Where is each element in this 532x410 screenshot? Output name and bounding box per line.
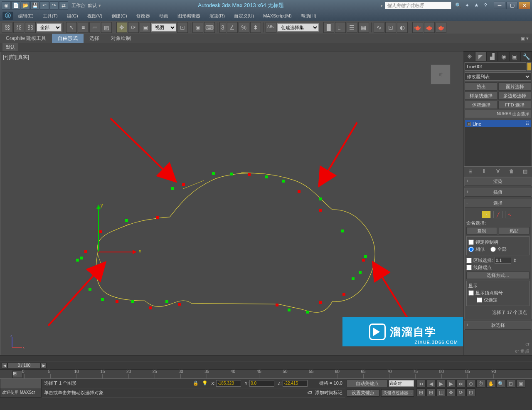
object-color-swatch[interactable] (527, 62, 531, 71)
prev-frame-icon[interactable]: ◀ (426, 380, 436, 388)
menu-grapheditors[interactable]: 图形编辑器 (173, 12, 204, 20)
curve-editor-icon[interactable]: ∿ (374, 22, 384, 33)
nav-region-icon[interactable]: ◫ (436, 388, 446, 396)
angle-snap-icon[interactable]: ∠ (227, 22, 238, 33)
menu-create[interactable]: 创建(C) (107, 12, 131, 20)
panel-tab-motion[interactable]: ◉ (498, 52, 509, 62)
render-setup-icon[interactable]: 🫖 (412, 22, 423, 33)
pin-stack-icon[interactable]: ⊟ (466, 168, 475, 175)
lock-icon[interactable]: 🔒 (193, 380, 199, 386)
vertex[interactable] (212, 172, 215, 175)
rendered-frame-icon[interactable]: 🫖 (424, 22, 435, 33)
schematic-icon[interactable]: ⊡ (385, 22, 396, 33)
vertex[interactable] (165, 300, 168, 303)
window-crossing-icon[interactable]: ▨ (101, 22, 112, 33)
key-mode-icon[interactable]: ⊙ (466, 380, 475, 388)
mirror-icon[interactable]: ▐▌ (323, 22, 334, 33)
time-next-button[interactable]: ▶ (41, 363, 47, 368)
search-input[interactable] (385, 2, 451, 9)
percent-snap-icon[interactable]: % (239, 22, 249, 33)
render-production-icon[interactable]: 🫖 (436, 22, 446, 33)
unique-icon[interactable]: ∀ (494, 168, 502, 175)
vertex[interactable] (276, 304, 278, 306)
time-prev-button[interactable]: ◀ (2, 363, 7, 368)
only-selected-check[interactable]: 仅选定 (477, 297, 527, 303)
unlink-tool-icon[interactable]: ⛓ (13, 22, 24, 33)
vertex[interactable] (362, 259, 365, 262)
modbtn-volsel[interactable]: 体积选择 (465, 101, 498, 109)
open-icon[interactable]: 📂 (21, 1, 30, 10)
minimize-button[interactable]: ─ (494, 2, 505, 9)
ribbon-tab-freeform[interactable]: 自由形式 (52, 34, 84, 43)
nav-panview-icon[interactable]: ✥ (446, 388, 456, 396)
panel-tab-modify[interactable]: ◤ (475, 52, 486, 62)
time-slider[interactable]: 0 / 100 (7, 363, 41, 368)
workspace-label[interactable]: 工作台: 默认 (71, 2, 97, 9)
add-time-tag[interactable]: 添加时间标记 (315, 390, 342, 396)
vertex[interactable] (182, 183, 185, 186)
autokey-button[interactable]: 自动关键点 (347, 380, 387, 387)
vertex[interactable] (101, 298, 104, 301)
vertex[interactable] (288, 309, 291, 311)
move-tool-icon[interactable]: ✥ (116, 22, 127, 33)
keyfilter-button[interactable]: 关键点过滤器... (381, 389, 414, 397)
trackbar-toggle-icon[interactable]: ⊞ (12, 370, 22, 378)
object-name-input[interactable] (465, 62, 526, 71)
vertex[interactable] (156, 216, 159, 219)
time-tag-icon[interactable]: 🏷 (307, 390, 312, 395)
vertex[interactable] (282, 180, 285, 183)
ribbon-sub-default[interactable]: 默认 (2, 43, 18, 51)
region-select-check[interactable]: 区域选择: ⇕ (466, 257, 530, 264)
time-ruler[interactable]: ⊞ 0 5 10 15 20 25 30 35 40 45 50 55 60 6… (0, 369, 532, 378)
goto-start-icon[interactable]: ⏮ (416, 380, 426, 388)
coord-x[interactable] (216, 380, 241, 387)
vertex[interactable] (116, 300, 118, 303)
setkey-button[interactable]: 设置关键点 (347, 389, 379, 397)
close-button[interactable]: ✕ (519, 2, 530, 9)
coord-y[interactable] (249, 380, 274, 387)
viewport-label[interactable]: [+][前][真实] (3, 54, 29, 61)
paste-button[interactable]: 粘贴 (499, 227, 530, 235)
bind-tool-icon[interactable]: ⛓ (25, 22, 36, 33)
modbtn-nurbssel[interactable]: NURBS 曲面选择 (465, 110, 531, 118)
menu-modifiers[interactable]: 修改器 (132, 12, 154, 20)
vertex[interactable] (230, 173, 233, 175)
nav-pan-icon[interactable]: ✋ (486, 380, 495, 388)
subobj-spline-icon[interactable]: ∿ (505, 211, 514, 218)
horizontal-scrollbar[interactable] (0, 355, 532, 361)
pivot-icon[interactable]: ⊡ (177, 22, 188, 33)
vertex[interactable] (84, 250, 87, 253)
vertex[interactable] (319, 198, 322, 200)
segend-check[interactable]: 线段端点 (466, 264, 530, 271)
coord-z[interactable] (283, 380, 308, 387)
maximize-button[interactable]: ▢ (506, 2, 518, 9)
play-anim-icon[interactable]: ▶ (436, 380, 446, 388)
goto-end-icon[interactable]: ⏭ (456, 380, 466, 388)
menu-animation[interactable]: 动画 (155, 12, 172, 20)
vertex[interactable] (80, 257, 83, 259)
vertex[interactable] (342, 293, 345, 296)
vertex[interactable] (149, 306, 152, 309)
material-editor-icon[interactable]: ◐ (397, 22, 408, 33)
isolate-icon[interactable]: 💡 (202, 380, 208, 386)
menu-edit[interactable]: 编辑(E) (14, 12, 38, 20)
vertex[interactable] (359, 271, 362, 274)
nav-zoomextall-icon[interactable]: ⊞ (426, 388, 436, 396)
time-config-icon[interactable]: ⏱ (476, 380, 485, 388)
remove-mod-icon[interactable]: 🗑 (507, 168, 516, 175)
configure-icon[interactable]: ▤ (521, 168, 530, 175)
modbtn-ffdsel[interactable]: FFD 选择 (498, 101, 531, 109)
vertex[interactable] (352, 277, 355, 280)
named-selection-sets[interactable]: 创建选择集 (277, 23, 319, 32)
subobj-vertex-icon[interactable]: ⋮ (482, 211, 491, 218)
nav-maxtoggle-icon[interactable]: ⊡ (466, 388, 475, 396)
vertex[interactable] (178, 303, 181, 306)
link-tool-icon[interactable]: ⛓ (2, 22, 12, 33)
nav-orbit-icon[interactable]: ⟳ (456, 388, 466, 396)
viewport[interactable]: [+][前][真实] 前 (0, 52, 463, 355)
comm-center-icon[interactable]: ✦ (463, 2, 471, 9)
menu-rendering[interactable]: 渲染(R) (205, 12, 229, 20)
vertex[interactable] (171, 187, 174, 190)
modbtn-extrude[interactable]: 挤出 (465, 82, 498, 91)
stack-item-line[interactable]: ▪ Line ⠿ (465, 120, 531, 127)
